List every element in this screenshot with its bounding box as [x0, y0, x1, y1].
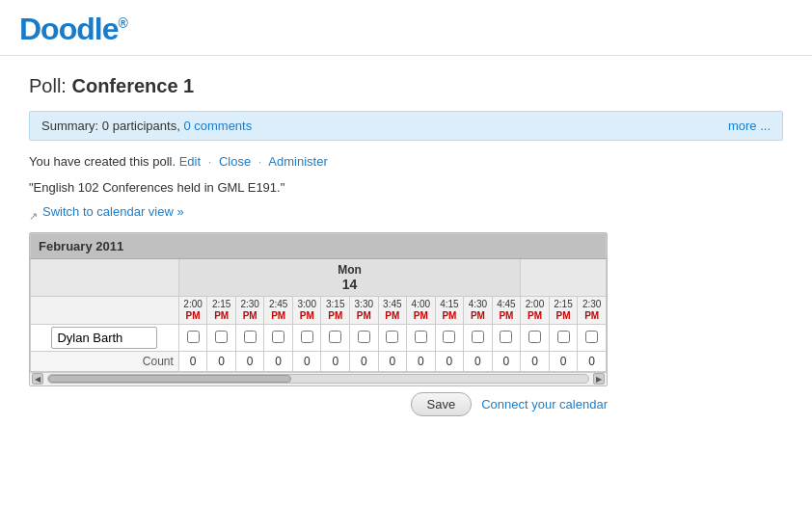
- scrollbar-thumb[interactable]: [48, 375, 291, 383]
- save-button[interactable]: Save: [411, 392, 473, 416]
- bottom-actions: Save Connect your calendar: [29, 386, 608, 422]
- time-header-cell-10: 4:30PM: [464, 296, 493, 324]
- count-cell-13: 0: [549, 351, 578, 371]
- count-cell-2: 0: [235, 351, 264, 371]
- checkbox-cell-13: [549, 324, 578, 351]
- checkbox-4[interactable]: [301, 331, 313, 343]
- checkbox-8[interactable]: [415, 331, 427, 343]
- switch-link-row: ↗ Switch to calendar view »: [29, 204, 783, 228]
- time-col-header: [31, 296, 179, 324]
- time-header-cell-8: 4:00PM: [407, 296, 436, 324]
- checkbox-0[interactable]: [187, 331, 200, 343]
- checkbox-9[interactable]: [443, 331, 455, 343]
- count-row: Count 000000000000000: [31, 351, 607, 371]
- checkbox-6[interactable]: [358, 331, 370, 343]
- summary-bar: Summary: 0 participants, 0 comments more…: [29, 111, 783, 141]
- count-cell-10: 0: [464, 351, 493, 371]
- header: Doodle®: [0, 0, 812, 56]
- month-header: February 2011: [31, 233, 607, 258]
- scroll-left-btn[interactable]: ◀: [32, 373, 43, 385]
- day-header-row: Mon 14: [31, 258, 607, 296]
- time-header-cell-11: 4:45PM: [492, 296, 521, 324]
- participant-row: [31, 324, 607, 351]
- time-header-cell-1: 2:15PM: [207, 296, 236, 324]
- checkbox-cell-7: [378, 324, 407, 351]
- checkbox-cell-12: [521, 324, 550, 351]
- checkbox-cell-4: [292, 324, 321, 351]
- checkbox-cell-9: [435, 324, 464, 351]
- count-cell-1: 0: [207, 351, 236, 371]
- more-link[interactable]: more ...: [728, 119, 771, 133]
- checkbox-14[interactable]: [585, 331, 598, 343]
- main-content: Poll: Conference 1 Summary: 0 participan…: [0, 56, 812, 441]
- switch-calendar-link[interactable]: Switch to calendar view »: [42, 204, 184, 219]
- scroll-right-btn[interactable]: ▶: [593, 373, 605, 385]
- day-name-cell-2: [521, 258, 607, 296]
- scrollbar-row: ◀ ▶: [30, 372, 607, 385]
- scrollbar-track[interactable]: [47, 374, 589, 384]
- name-col-header: [31, 258, 179, 296]
- time-header-cell-12: 2:00PM: [521, 296, 550, 324]
- checkbox-13[interactable]: [557, 331, 570, 343]
- time-header-cell-9: 4:15PM: [435, 296, 464, 324]
- count-label-cell: Count: [31, 351, 179, 371]
- poll-info: You have created this poll. Edit · Close…: [29, 152, 783, 173]
- checkbox-cell-0: [178, 324, 207, 351]
- count-cell-4: 0: [292, 351, 321, 371]
- participant-name-cell: [31, 324, 179, 351]
- checkbox-cell-14: [578, 324, 607, 351]
- checkbox-2[interactable]: [244, 331, 257, 343]
- checkbox-12[interactable]: [528, 331, 541, 343]
- time-header-cell-3: 2:45PM: [264, 296, 293, 324]
- time-header-cell-7: 3:45PM: [378, 296, 407, 324]
- checkbox-cell-2: [235, 324, 264, 351]
- time-header-cell-4: 3:00PM: [292, 296, 321, 324]
- poll-description: "English 102 Conferences held in GML E19…: [29, 180, 783, 195]
- count-cell-12: 0: [521, 351, 550, 371]
- participant-name-input[interactable]: [51, 327, 157, 349]
- count-cell-3: 0: [264, 351, 293, 371]
- time-header-cell-2: 2:30PM: [235, 296, 264, 324]
- checkbox-11[interactable]: [500, 331, 512, 343]
- checkbox-cell-11: [492, 324, 521, 351]
- time-header-cell-6: 3:30PM: [350, 296, 379, 324]
- time-header-cell-14: 2:30PM: [578, 296, 607, 324]
- checkbox-cell-1: [207, 324, 236, 351]
- logo: Doodle®: [19, 12, 127, 46]
- calendar-table: February 2011 Mon 14 2:00PM2:15PM2:30PM2…: [30, 233, 607, 372]
- checkbox-cell-6: [350, 324, 379, 351]
- checkbox-cell-10: [464, 324, 493, 351]
- checkbox-1[interactable]: [215, 331, 228, 343]
- checkbox-3[interactable]: [272, 331, 284, 343]
- comments-link[interactable]: 0 comments: [183, 119, 252, 133]
- checkbox-cell-5: [321, 324, 350, 351]
- connect-calendar-link[interactable]: Connect your calendar: [481, 397, 608, 412]
- count-cell-7: 0: [378, 351, 407, 371]
- time-header-cell-13: 2:15PM: [549, 296, 578, 324]
- checkbox-cell-8: [407, 324, 436, 351]
- calendar-container: February 2011 Mon 14 2:00PM2:15PM2:30PM2…: [29, 232, 608, 386]
- external-link-icon: ↗: [29, 210, 41, 222]
- checkbox-7[interactable]: [386, 331, 398, 343]
- time-header-cell-0: 2:00PM: [178, 296, 207, 324]
- count-cell-9: 0: [435, 351, 464, 371]
- count-cell-14: 0: [578, 351, 607, 371]
- count-cell-11: 0: [492, 351, 521, 371]
- month-header-row: February 2011: [31, 233, 607, 258]
- day-name-cell: Mon 14: [178, 258, 520, 296]
- count-cell-0: 0: [178, 351, 207, 371]
- checkbox-cell-3: [264, 324, 293, 351]
- close-link[interactable]: Close: [219, 154, 251, 169]
- poll-title: Poll: Conference 1: [29, 75, 783, 97]
- time-header-row: 2:00PM2:15PM2:30PM2:45PM3:00PM3:15PM3:30…: [31, 296, 607, 324]
- administer-link[interactable]: Administer: [268, 154, 327, 169]
- time-header-cell-5: 3:15PM: [321, 296, 350, 324]
- edit-link[interactable]: Edit: [179, 154, 201, 169]
- count-cell-5: 0: [321, 351, 350, 371]
- checkbox-5[interactable]: [329, 331, 341, 343]
- count-cell-6: 0: [350, 351, 379, 371]
- summary-text: Summary: 0 participants, 0 comments: [41, 119, 252, 133]
- checkbox-10[interactable]: [472, 331, 484, 343]
- count-cell-8: 0: [407, 351, 436, 371]
